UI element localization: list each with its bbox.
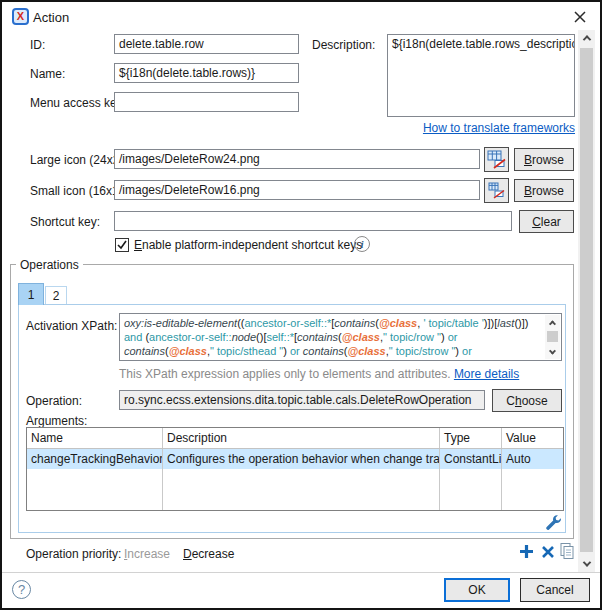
small-icon-preview-button[interactable] — [484, 178, 509, 203]
col-value: Value — [502, 428, 563, 448]
description-label: Description: — [312, 38, 375, 52]
description-field[interactable]: ${i18n(delete.table.rows_description)} — [387, 34, 575, 117]
translate-frameworks-link[interactable]: How to translate frameworks — [387, 121, 575, 135]
copy-operation-icon[interactable] — [559, 542, 575, 560]
dialog-title: Action — [33, 10, 69, 25]
arg-value: Auto — [502, 449, 563, 469]
operation-label: Operation: — [26, 394, 82, 408]
name-label: Name: — [30, 67, 65, 81]
oxygen-logo-icon: X — [12, 8, 29, 25]
action-dialog: X Action ID: delete.table.row Name: ${i1… — [0, 0, 602, 610]
shortcut-key-label: Shortcut key: — [30, 215, 100, 229]
arg-type: ConstantList — [440, 449, 502, 469]
delete-row-table-icon — [487, 150, 506, 169]
choose-button[interactable]: Choose — [492, 389, 562, 412]
arg-name: changeTrackingBehavior — [27, 449, 163, 469]
arguments-table: Name Description Type Value changeTracki… — [26, 427, 564, 511]
info-icon[interactable]: i — [354, 236, 370, 252]
menu-access-key-field[interactable] — [114, 92, 299, 112]
menu-access-key-label: Menu access key: — [30, 96, 126, 110]
delete-operation-icon[interactable] — [541, 545, 555, 562]
tab-2[interactable]: 2 — [45, 286, 67, 305]
xpath-scroll-down-icon[interactable] — [545, 345, 560, 359]
large-icon-browse-button[interactable]: Browse — [514, 148, 574, 171]
table-empty-area — [27, 469, 563, 510]
col-name: Name — [27, 428, 163, 448]
small-icon-browse-button[interactable]: Browse — [514, 179, 574, 202]
close-icon[interactable] — [572, 9, 588, 25]
delete-row-table-icon — [488, 182, 505, 199]
cancel-button[interactable]: Cancel — [520, 578, 590, 602]
add-operation-icon[interactable] — [518, 543, 535, 560]
small-icon-field[interactable]: /images/DeleteRow16.png — [114, 180, 480, 200]
increase-priority-button[interactable]: Increase — [124, 547, 170, 561]
operation-priority-label: Operation priority: — [26, 547, 121, 561]
clear-button[interactable]: Clear — [519, 210, 574, 233]
large-icon-preview-button[interactable] — [484, 147, 509, 172]
xpath-scrollbar[interactable] — [545, 315, 560, 359]
scroll-down-icon[interactable] — [578, 556, 595, 572]
scrollbar-thumb[interactable] — [580, 48, 593, 552]
edit-arguments-wrench-icon[interactable] — [545, 514, 561, 530]
large-icon-field[interactable]: /images/DeleteRow24.png — [114, 149, 480, 169]
shortcut-key-field[interactable] — [114, 211, 512, 231]
table-row[interactable]: changeTrackingBehavior Configures the op… — [27, 449, 563, 469]
more-details-link[interactable]: More details — [454, 367, 519, 381]
operation-field[interactable]: ro.sync.ecss.extensions.dita.topic.table… — [119, 390, 485, 410]
id-field[interactable]: delete.table.row — [114, 34, 299, 54]
arguments-label: Arguments: — [26, 414, 87, 428]
help-icon[interactable]: ? — [12, 580, 31, 599]
activation-xpath-field[interactable]: oxy:is-editable-element((ancestor-or-sel… — [119, 313, 562, 361]
platform-shortcut-label: Enable platform-independent shortcut key… — [134, 238, 362, 252]
dialog-scrollbar[interactable] — [578, 30, 595, 572]
col-type: Type — [440, 428, 502, 448]
activation-xpath-label: Activation XPath: — [26, 319, 117, 333]
arguments-table-header: Name Description Type Value — [27, 428, 563, 449]
xpath-scrollbar-thumb[interactable] — [547, 331, 558, 342]
platform-shortcut-checkbox[interactable] — [115, 238, 129, 252]
footer-divider — [2, 572, 600, 573]
xpath-scroll-up-icon[interactable] — [545, 315, 560, 329]
tab-1[interactable]: 1 — [18, 283, 44, 305]
ok-button[interactable]: OK — [444, 578, 510, 602]
scroll-up-icon[interactable] — [578, 30, 595, 46]
xpath-note: This XPath expression applies only to el… — [119, 367, 451, 381]
col-description: Description — [163, 428, 440, 448]
name-field[interactable]: ${i18n(delete.table.rows)} — [114, 63, 299, 83]
id-label: ID: — [30, 38, 45, 52]
arg-description: Configures the operation behavior when c… — [163, 449, 440, 469]
xpath-expression: oxy:is-editable-element((ancestor-or-sel… — [124, 316, 542, 358]
operations-group-label: Operations — [16, 258, 83, 272]
checkmark-icon — [116, 239, 128, 251]
decrease-priority-button[interactable]: Decrease — [183, 547, 234, 561]
